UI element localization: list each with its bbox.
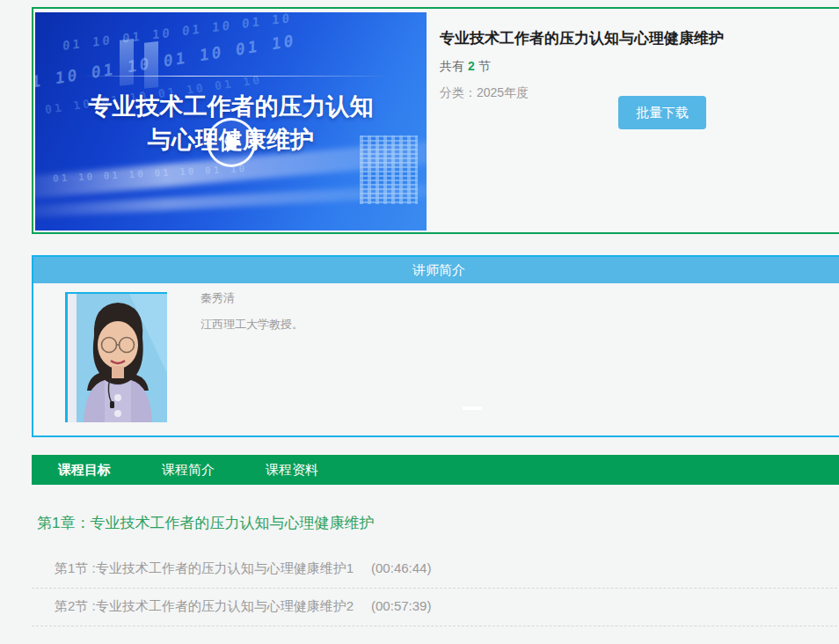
batch-download-button[interactable]: 批量下载 [618,96,706,129]
lesson-row[interactable]: 第2节 :专业技术工作者的压力认知与心理健康维护2(00:57:39) [32,589,839,626]
instructor-photo [65,292,167,422]
lesson-title: 第1节 :专业技术工作者的压力认知与心理健康维护1 [55,560,354,575]
course-title: 专业技术工作者的压力认知与心理健康维护 [440,28,839,48]
tab-course-introduction[interactable]: 课程简介 [162,462,215,479]
lesson-duration: (00:46:44) [371,560,431,575]
course-video-thumbnail[interactable]: 01 10 01 10 01 10 01 10 01 10 01 10 01 1… [35,12,427,231]
panel-dash-decoration [463,406,482,410]
lesson-duration: (00:57:39) [371,598,431,613]
lesson-row[interactable]: 第1节 :专业技术工作者的压力认知与心理健康维护1(00:46:44) [32,551,839,589]
course-section-count: 共有2节 [440,59,839,75]
course-summary-panel: 01 10 01 10 01 10 01 10 01 10 01 10 01 1… [32,7,839,234]
instructor-panel-title: 讲师简介 [33,257,839,283]
lesson-title: 第2节 :专业技术工作者的压力认知与心理健康维护2 [55,598,354,613]
instructor-bio: 江西理工大学教授。 [201,317,303,333]
course-info: 专业技术工作者的压力认知与心理健康维护 共有2节 分类：2025年度 批量下载 [440,9,839,101]
section-count-prefix: 共有 [440,59,464,73]
course-tab-bar: 课程目标 课程简介 课程资料 [32,455,839,485]
section-count-suffix: 节 [478,59,491,73]
tab-course-objectives[interactable]: 课程目标 [58,462,111,479]
play-icon[interactable] [207,118,256,167]
instructor-name: 秦秀清 [201,290,235,306]
banner-bars-decoration [120,33,181,92]
tab-course-materials[interactable]: 课程资料 [266,462,318,479]
play-triangle-icon [227,133,241,152]
instructor-panel: 讲师简介 秦秀清 江西理工大学教授 [32,255,839,437]
lesson-list: 第1节 :专业技术工作者的压力认知与心理健康维护1(00:46:44) 第2节 … [32,551,839,626]
section-count-value: 2 [468,59,475,73]
chapter-title: 第1章：专业技术工作者的压力认知与心理健康维护 [37,513,374,533]
banner-line-decoration [84,76,391,77]
